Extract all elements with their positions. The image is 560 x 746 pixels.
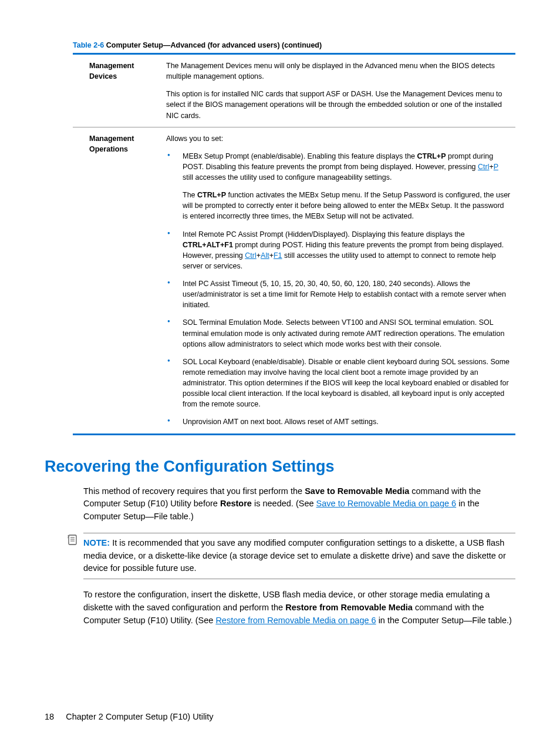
page-footer: 18 Chapter 2 Computer Setup (F10) Utilit… (45, 712, 214, 721)
xref-link[interactable]: Restore from Removable Media on page 6 (215, 616, 376, 625)
key-link: Ctrl (245, 251, 256, 260)
paragraph: This option is for installed NIC cards t… (166, 89, 511, 120)
list-item: Unprovision AMT on next boot. Allows res… (166, 416, 511, 427)
table-caption: Table 2-6 Computer Setup—Advanced (for a… (45, 41, 515, 49)
page-number: 18 (45, 712, 54, 721)
text: It is recommended that you save any modi… (83, 538, 506, 573)
key-link: Ctrl (478, 163, 489, 171)
list-item: Intel Remote PC Assist Prompt (Hidden/Di… (166, 229, 511, 272)
text: + (489, 163, 493, 171)
paragraph: The Management Devices menu will only be… (166, 61, 511, 82)
paragraph: This method of recovery requires that yo… (45, 485, 515, 523)
key-link: F1 (274, 251, 282, 260)
paragraph: MEBx Setup Prompt (enable/disable). Enab… (183, 151, 511, 183)
row-label: Management Operations (73, 127, 164, 434)
bold-text: CTRL+P (197, 191, 226, 199)
chapter-title: Chapter 2 Computer Setup (F10) Utility (66, 712, 213, 721)
table-title: Computer Setup—Advanced (for advanced us… (106, 41, 322, 49)
bold-text: CTRL+ALT+F1 (183, 241, 233, 249)
text: Intel Remote PC Assist Prompt (Hidden/Di… (183, 230, 465, 238)
bold-text: CTRL+P (417, 152, 446, 160)
text: function activates the MEBx Setup menu. … (183, 191, 510, 220)
bold-text: Restore (220, 499, 252, 508)
list-item: MEBx Setup Prompt (enable/disable). Enab… (166, 151, 511, 222)
row-content: Allows you to set: MEBx Setup Prompt (en… (164, 127, 515, 434)
list-item: SOL Local Keyboard (enable/disable). Dis… (166, 357, 511, 410)
setup-table: Management Devices The Management Device… (73, 53, 515, 435)
list-item: Intel PC Assist Timeout (5, 10, 15, 20, … (166, 278, 511, 310)
xref-link[interactable]: Save to Removable Media on page 6 (316, 499, 457, 508)
key-link: P (494, 163, 498, 171)
bold-text: Save to Removable Media (305, 486, 409, 496)
list-item: SOL Terminal Emulation Mode. Selects bet… (166, 317, 511, 349)
row-label: Management Devices (73, 54, 164, 127)
table-number: Table 2-6 (73, 41, 104, 49)
text: is needed. (See (252, 499, 316, 508)
key-link: Alt (261, 251, 269, 260)
text: This method of recovery requires that yo… (83, 486, 305, 496)
text: MEBx Setup Prompt (enable/disable). Enab… (183, 152, 417, 160)
paragraph: The CTRL+P function activates the MEBx S… (183, 190, 511, 221)
text: in the Computer Setup—File table.) (376, 616, 512, 625)
paragraph: To restore the configuration, insert the… (45, 589, 515, 627)
bullet-list: MEBx Setup Prompt (enable/disable). Enab… (166, 151, 511, 428)
row-content: The Management Devices menu will only be… (164, 54, 515, 127)
svg-rect-0 (69, 535, 76, 545)
note-text: NOTE: It is recommended that you save an… (83, 533, 515, 579)
note-block: NOTE: It is recommended that you save an… (45, 533, 515, 579)
note-label: NOTE: (83, 538, 110, 547)
table-row: Management Devices The Management Device… (73, 54, 515, 127)
note-icon (67, 534, 79, 546)
text: The (183, 191, 197, 199)
section-heading: Recovering the Configuration Settings (45, 458, 515, 476)
table-row: Management Operations Allows you to set:… (73, 127, 515, 434)
bold-text: Restore from Removable Media (285, 603, 413, 612)
text: still accesses the utility used to confi… (183, 173, 392, 182)
paragraph: Allows you to set: (166, 133, 511, 144)
